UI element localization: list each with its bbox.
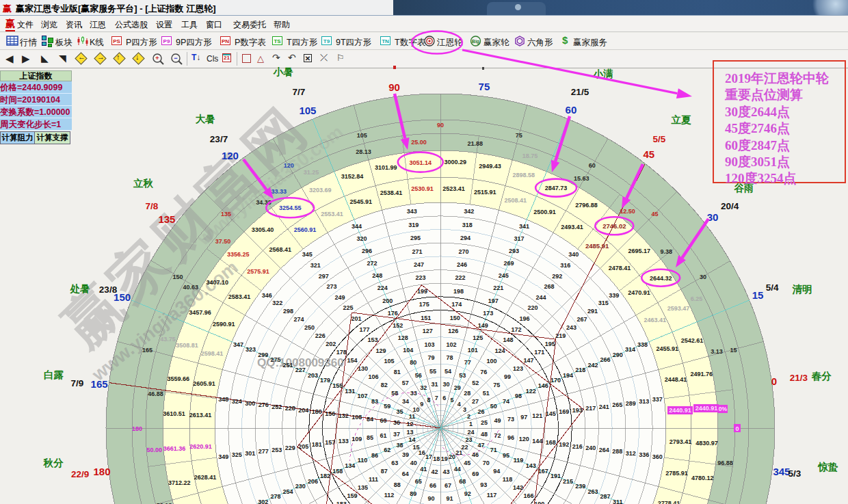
svg-text:2568.41: 2568.41 (269, 246, 291, 253)
svg-text:2470.91: 2470.91 (628, 289, 650, 296)
svg-text:246: 246 (457, 261, 467, 268)
svg-text:96.88: 96.88 (717, 460, 733, 466)
svg-text:12.50: 12.50 (620, 208, 635, 215)
svg-text:268: 268 (544, 283, 554, 290)
svg-text:3.13: 3.13 (711, 348, 723, 355)
svg-text:219: 219 (555, 332, 566, 339)
svg-text:142: 142 (513, 484, 523, 491)
svg-text:320: 320 (357, 235, 367, 242)
svg-text:5/4: 5/4 (766, 282, 779, 293)
svg-text:2493.41: 2493.41 (561, 224, 583, 230)
svg-text:272: 272 (367, 260, 377, 267)
svg-text:3305.40: 3305.40 (252, 226, 274, 233)
svg-text:36: 36 (393, 419, 400, 426)
svg-text:61: 61 (380, 432, 387, 439)
svg-text:193: 193 (572, 407, 583, 414)
svg-text:247: 247 (414, 261, 424, 268)
svg-text:2455.91: 2455.91 (656, 345, 678, 352)
svg-text:287: 287 (600, 493, 611, 500)
svg-text:254: 254 (283, 488, 293, 495)
svg-text:7/8: 7/8 (146, 201, 159, 211)
svg-text:65: 65 (415, 478, 422, 485)
svg-text:180: 180 (132, 425, 142, 432)
svg-text:316: 316 (560, 262, 570, 269)
svg-text:205: 205 (298, 443, 308, 450)
svg-text:31.25: 31.25 (304, 169, 319, 176)
svg-text:167: 167 (538, 468, 548, 475)
svg-text:21.88: 21.88 (468, 140, 483, 147)
svg-text:28: 28 (464, 390, 471, 397)
svg-text:291: 291 (587, 308, 598, 315)
svg-text:337: 337 (652, 396, 663, 403)
svg-text:301: 301 (245, 450, 255, 457)
svg-text:315: 315 (598, 300, 609, 306)
svg-text:345: 345 (302, 251, 313, 258)
svg-text:66: 66 (429, 482, 436, 489)
svg-text:151: 151 (421, 315, 431, 321)
svg-text:Big: Big (472, 39, 479, 44)
svg-text:302: 302 (258, 499, 268, 504)
svg-text:124: 124 (495, 347, 505, 354)
svg-text:200: 200 (382, 297, 393, 304)
svg-text:53: 53 (459, 372, 466, 379)
svg-text:60: 60 (380, 417, 387, 424)
svg-text:87: 87 (381, 468, 388, 475)
svg-text:118: 118 (503, 476, 513, 483)
svg-text:57: 57 (402, 380, 409, 386)
svg-text:86: 86 (371, 452, 378, 459)
svg-text:248: 248 (372, 272, 382, 279)
svg-text:197: 197 (488, 297, 499, 304)
svg-text:www.yingjia360.com: www.yingjia360.com (193, 121, 347, 250)
svg-text:41: 41 (420, 466, 427, 473)
svg-text:181: 181 (312, 441, 322, 448)
svg-text:2515.91: 2515.91 (474, 189, 496, 196)
svg-text:276: 276 (259, 401, 269, 408)
svg-text:小满: 小满 (592, 68, 613, 79)
svg-text:253: 253 (271, 447, 282, 453)
svg-text:0%: 0% (719, 406, 728, 412)
svg-text:217: 217 (585, 405, 596, 412)
svg-text:293: 293 (509, 248, 519, 254)
svg-text:130: 130 (358, 365, 368, 372)
svg-text:35: 35 (396, 408, 403, 415)
svg-text:149: 149 (478, 322, 488, 329)
svg-text:134: 134 (345, 462, 355, 469)
svg-text:267: 267 (577, 316, 587, 323)
svg-text:300: 300 (245, 400, 255, 407)
svg-text:56: 56 (415, 372, 422, 379)
svg-text:74: 74 (503, 398, 509, 405)
svg-text:QQ:1008009360: QQ:1008009360 (257, 356, 344, 369)
svg-text:339: 339 (609, 292, 619, 299)
svg-text:2553.41: 2553.41 (321, 211, 343, 217)
svg-text:2695.17: 2695.17 (628, 248, 650, 254)
svg-text:93: 93 (480, 481, 487, 488)
svg-text:3712.22: 3712.22 (168, 479, 191, 486)
svg-text:34.38: 34.38 (256, 199, 271, 206)
svg-text:94: 94 (493, 468, 500, 475)
svg-text:242: 242 (587, 362, 598, 369)
svg-text:清明: 清明 (792, 284, 812, 295)
svg-text:275: 275 (270, 356, 280, 363)
svg-text:59: 59 (384, 403, 390, 410)
svg-text:98: 98 (515, 393, 522, 399)
svg-text:288: 288 (612, 448, 622, 455)
svg-text:204: 204 (298, 407, 308, 414)
svg-text:127: 127 (423, 328, 433, 334)
svg-text:131: 131 (345, 388, 355, 395)
svg-text:171: 171 (534, 349, 544, 356)
svg-text:2463.41: 2463.41 (644, 317, 666, 323)
svg-text:39: 39 (402, 451, 409, 458)
svg-text:大暑: 大暑 (196, 114, 215, 124)
svg-text:45: 45 (652, 211, 659, 217)
svg-text:245: 245 (499, 272, 509, 279)
svg-text:49: 49 (494, 417, 501, 424)
svg-text:295: 295 (410, 235, 421, 241)
svg-text:344: 344 (352, 223, 362, 230)
svg-text:297: 297 (319, 273, 329, 280)
svg-text:2491.76: 2491.76 (691, 371, 713, 377)
svg-text:143: 143 (526, 462, 536, 469)
svg-text:2583.41: 2583.41 (228, 293, 251, 300)
svg-text:73: 73 (507, 416, 514, 423)
svg-text:29: 29 (454, 384, 461, 391)
svg-text:91: 91 (446, 495, 453, 502)
